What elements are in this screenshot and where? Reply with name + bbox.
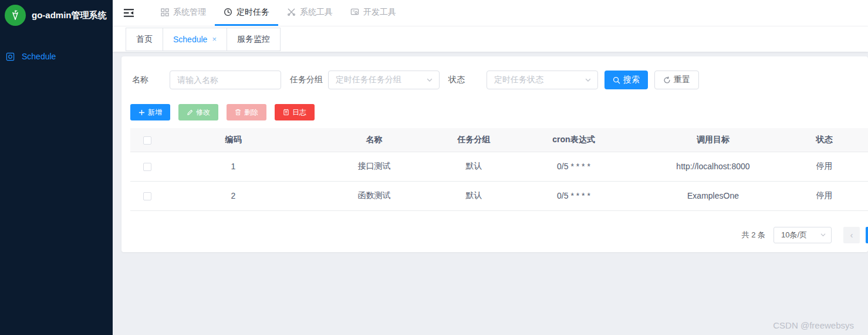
- status-label: 状态: [448, 75, 487, 85]
- add-button[interactable]: 新增: [130, 104, 170, 120]
- table-row[interactable]: 1 接口测试 默认 0/5 * * * * http://localhost:8…: [130, 152, 868, 181]
- reset-button[interactable]: 重置: [654, 71, 699, 89]
- nav-item-label: 开发工具: [363, 7, 396, 18]
- select-all-header: [130, 128, 164, 152]
- delete-button-label: 删除: [244, 108, 258, 118]
- app-window: go-admin管理系统 Schedule 系统管理: [0, 0, 868, 335]
- cell-name: 接口测试: [302, 152, 446, 181]
- cell-cron: 0/5 * * * *: [502, 181, 646, 210]
- add-button-label: 新增: [148, 108, 162, 118]
- group-select-placeholder: 定时任务任务分组: [336, 75, 401, 85]
- chevron-down-icon: [820, 232, 826, 238]
- schedule-icon: [6, 52, 15, 61]
- sidebar-collapse-icon[interactable]: [123, 8, 134, 18]
- top-navbar: 系统管理 定时任务 系统工具 开发工具: [113, 0, 868, 26]
- table-header-row: 编码 名称 任务分组 cron表达式 调用目标 状态: [130, 128, 868, 152]
- cell-cron: 0/5 * * * *: [502, 152, 646, 181]
- name-label: 名称: [130, 75, 170, 85]
- refresh-icon: [663, 76, 671, 84]
- log-button-label: 日志: [292, 108, 306, 118]
- app-title: go-admin管理系统: [32, 10, 107, 21]
- close-icon[interactable]: ×: [212, 35, 217, 43]
- tab-label: 首页: [136, 34, 153, 45]
- tab-bar: 首页 Schedule × 服务监控: [113, 26, 868, 52]
- cell-target: http://localhost:8000: [646, 152, 781, 181]
- reset-button-label: 重置: [674, 75, 690, 85]
- tab-label: 服务监控: [237, 34, 270, 45]
- sidebar: go-admin管理系统 Schedule: [0, 0, 113, 335]
- plus-icon: [139, 109, 145, 116]
- cell-group: 默认: [446, 152, 502, 181]
- column-header-name: 名称: [302, 128, 446, 152]
- nav-item-dev-tools[interactable]: 开发工具: [342, 0, 405, 26]
- sidebar-item-schedule[interactable]: Schedule: [0, 45, 113, 68]
- schedule-table: 编码 名称 任务分组 cron表达式 调用目标 状态 1 接口测试: [130, 128, 868, 211]
- tab-label: Schedule: [173, 35, 207, 44]
- column-header-target: 调用目标: [646, 128, 781, 152]
- chevron-down-icon: [426, 76, 433, 83]
- log-document-icon: [283, 109, 289, 116]
- nav-item-label: 系统工具: [300, 7, 333, 18]
- nav-item-scheduled-tasks[interactable]: 定时任务: [215, 0, 278, 26]
- table-row[interactable]: 2 函数测试 默认 0/5 * * * * ExamplesOne 停用: [130, 181, 868, 210]
- schedule-card: 名称 任务分组 定时任务任务分组 状态 定时任务状态 搜索: [121, 56, 868, 252]
- delete-button[interactable]: 删除: [227, 104, 266, 120]
- search-button[interactable]: 搜索: [604, 71, 648, 89]
- timer-icon: [224, 8, 232, 16]
- pencil-icon: [187, 109, 193, 116]
- watermark-text: CSDN @freewebsys: [773, 320, 854, 330]
- page-1-button[interactable]: [866, 227, 868, 243]
- nav-item-label: 定时任务: [237, 7, 269, 18]
- name-input[interactable]: [170, 71, 281, 89]
- log-button[interactable]: 日志: [275, 104, 315, 120]
- sidebar-item-label: Schedule: [22, 52, 56, 61]
- row-checkbox[interactable]: [143, 163, 151, 171]
- tab-home[interactable]: 首页: [126, 28, 163, 51]
- edit-button[interactable]: 修改: [178, 104, 218, 120]
- logo-row: go-admin管理系统: [0, 0, 113, 31]
- cell-group: 默认: [446, 181, 502, 210]
- row-checkbox[interactable]: [143, 192, 151, 200]
- nav-item-label: 系统管理: [173, 7, 206, 18]
- tab-service-monitor[interactable]: 服务监控: [227, 28, 281, 51]
- search-icon: [613, 76, 620, 84]
- table-toolbar: 新增 修改 删除 日志: [130, 104, 868, 120]
- group-select[interactable]: 定时任务任务分组: [328, 71, 440, 89]
- cell-status: 停用: [781, 152, 868, 181]
- tools-icon: [287, 8, 296, 16]
- select-all-checkbox[interactable]: [143, 136, 151, 145]
- main-area: 系统管理 定时任务 系统工具 开发工具: [113, 0, 868, 335]
- cell-code: 1: [164, 152, 302, 181]
- cell-target: ExamplesOne: [646, 181, 781, 210]
- pagination: 共 2 条 10条/页 ‹: [130, 227, 868, 243]
- content-area: 名称 任务分组 定时任务任务分组 状态 定时任务状态 搜索: [113, 52, 868, 335]
- total-count-label: 共 2 条: [742, 230, 765, 240]
- nav-item-system-admin[interactable]: 系统管理: [152, 0, 215, 26]
- column-header-group: 任务分组: [446, 128, 502, 152]
- column-header-status: 状态: [781, 128, 868, 152]
- trash-icon: [235, 109, 241, 116]
- search-button-label: 搜索: [623, 75, 640, 85]
- prev-page-button[interactable]: ‹: [843, 227, 860, 243]
- nav-item-system-tools[interactable]: 系统工具: [278, 0, 342, 26]
- tab-schedule[interactable]: Schedule ×: [163, 28, 227, 51]
- page-size-select[interactable]: 10条/页: [774, 227, 832, 243]
- cell-code: 2: [164, 181, 302, 210]
- chevron-left-icon: ‹: [850, 230, 853, 240]
- column-header-code: 编码: [164, 128, 302, 152]
- dev-tools-icon: [350, 8, 359, 16]
- column-header-cron: cron表达式: [502, 128, 646, 152]
- status-select-placeholder: 定时任务状态: [494, 75, 543, 85]
- status-select[interactable]: 定时任务状态: [487, 71, 598, 89]
- cell-status: 停用: [781, 181, 868, 210]
- grid-icon: [161, 8, 169, 16]
- go-admin-logo-icon: [5, 5, 26, 26]
- chevron-down-icon: [585, 76, 592, 83]
- cell-name: 函数测试: [302, 181, 446, 210]
- group-label: 任务分组: [290, 75, 328, 85]
- filter-row: 名称 任务分组 定时任务任务分组 状态 定时任务状态 搜索: [130, 71, 868, 89]
- page-size-value: 10条/页: [781, 230, 807, 240]
- edit-button-label: 修改: [196, 108, 210, 118]
